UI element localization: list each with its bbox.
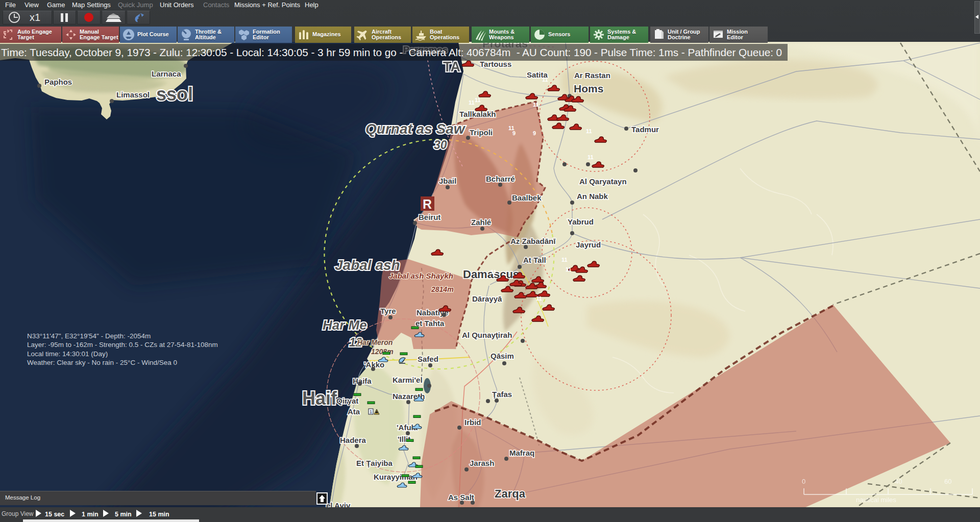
svg-text:11: 11 [536,295,542,302]
svg-text:Hadera: Hadera [340,436,366,444]
svg-text:Jabal ash: Jabal ash [335,257,400,273]
svg-text:Jabal ash Shaykh: Jabal ash Shaykh [389,271,453,280]
svg-text:11: 11 [491,269,497,275]
svg-text:Tyre: Tyre [380,307,396,315]
svg-text:Karmi'el: Karmi'el [393,376,423,384]
svg-text:11: 11 [533,102,539,108]
svg-text:Har Meron: Har Meron [357,338,393,346]
svg-text:Haif: Haif [302,388,337,409]
svg-text:11: 11 [475,97,481,103]
svg-text:Haifa: Haifa [353,377,372,385]
svg-text:Har Me: Har Me [323,317,367,333]
svg-text:60: 60 [944,478,951,485]
svg-text:et Tahta: et Tahta [415,319,445,328]
svg-text:nautical miles: nautical miles [856,496,896,504]
svg-text:11: 11 [566,266,572,272]
svg-text:11: 11 [469,100,475,106]
svg-text:Larnaca: Larnaca [152,69,181,78]
svg-text:Bcharré: Bcharré [486,175,515,183]
svg-text:Et Ţaiyiba: Et Ţaiyiba [356,459,393,467]
svg-text:30: 30 [434,138,447,152]
svg-text:Al Qaryatayn: Al Qaryatayn [579,177,627,186]
svg-text:ssol: ssol [156,84,193,105]
svg-text:Zarqa: Zarqa [495,487,526,500]
svg-text:x1: x1 [30,12,40,23]
svg-text:1: 1 [370,409,372,414]
svg-text:Paphos: Paphos [44,78,72,86]
svg-text:Al Qunayţirah: Al Qunayţirah [462,331,512,339]
svg-text:Dārayyā: Dārayyā [472,294,502,303]
svg-text:11: 11 [586,128,592,134]
svg-text:Baalbek: Baalbek [512,193,542,202]
svg-text:Tadmur: Tadmur [631,125,659,134]
svg-text:Jayrud: Jayrud [576,240,601,249]
svg-text:Mafraq: Mafraq [509,449,534,457]
svg-text:Qāsim: Qāsim [491,352,514,360]
svg-text:Limassol: Limassol [116,90,150,99]
svg-text:11: 11 [561,257,568,263]
svg-text:11: 11 [542,77,548,83]
svg-text:Ar Rastan: Ar Rastan [574,71,610,80]
svg-text:Irbid: Irbid [464,418,481,427]
svg-text:Qiryat: Qiryat [336,396,358,405]
svg-text:0: 0 [802,478,805,485]
svg-text:R: R [423,197,432,211]
svg-text:Qurnat as Saw: Qurnat as Saw [365,121,466,137]
svg-text:Jbail: Jbail [439,177,456,185]
svg-text:Yabrud: Yabrud [568,217,594,226]
svg-text:Az Zabadānī: Az Zabadānī [510,237,556,245]
svg-text:Tartouss: Tartouss [480,60,511,68]
svg-text:Homs: Homs [574,83,603,94]
svg-text:Tripoli: Tripoli [470,128,493,137]
svg-text:Kurayyiman: Kurayyiman [374,473,418,481]
svg-text:Jarash: Jarash [470,459,494,467]
svg-text:At Tall: At Tall [523,256,546,264]
svg-text:Safed: Safed [418,355,438,363]
svg-text:An Nabk: An Nabk [577,192,608,201]
svg-text:Beirut: Beirut [419,213,440,221]
svg-text:Ata: Ata [348,407,360,416]
svg-text:As Salţ: As Salţ [448,493,474,502]
svg-text:9: 9 [533,130,536,136]
svg-text:40: 40 [895,478,902,485]
svg-text:Zahlé: Zahlé [471,218,491,227]
svg-text:TA: TA [443,59,460,74]
svg-text:9: 9 [512,130,516,136]
svg-text:11: 11 [587,154,594,160]
svg-text:Ţafas: Ţafas [492,390,512,399]
svg-text:2814m: 2814m [431,285,454,293]
